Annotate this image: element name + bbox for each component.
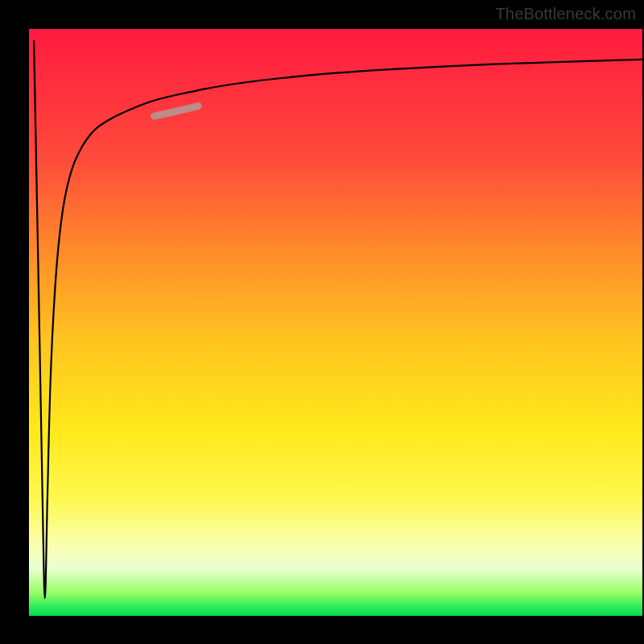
attribution-watermark: TheBottleneck.com	[495, 5, 636, 23]
chart-canvas: TheBottleneck.com	[0, 0, 644, 644]
plot-area	[29, 29, 642, 616]
bottleneck-curve	[34, 41, 642, 599]
curve-marker	[155, 106, 199, 117]
curve-svg	[29, 29, 642, 616]
